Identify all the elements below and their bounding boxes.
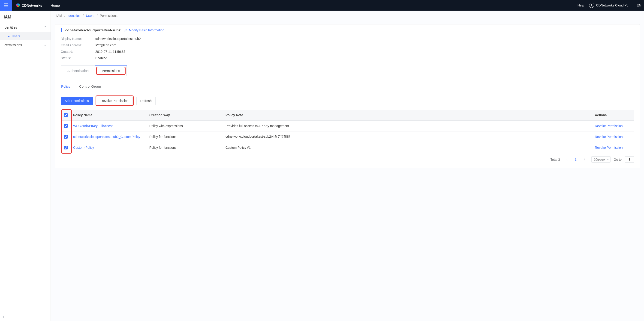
sidebar-item-identities[interactable]: Identities ⌃ (0, 23, 50, 32)
revoke-highlight: Revoke Permission (96, 95, 134, 106)
user-card: cdnetworkscloudportaltest-sub2 Modify Ba… (55, 24, 640, 168)
nav-help[interactable]: Help (578, 3, 584, 7)
avatar-icon (589, 3, 594, 8)
cell-policy-note: Provides full access to APIKey managemen… (223, 121, 592, 131)
tabs-main: Authentication Permissions (61, 65, 634, 76)
th-actions: Actions (592, 110, 634, 121)
pager-next-icon[interactable]: 〉 (582, 157, 588, 162)
tabs-permissions-sub: Policy Control Group (61, 82, 634, 91)
add-permissions-button[interactable]: Add Permissions (61, 97, 93, 105)
main: IAM / Identities / Users / Permissions c… (51, 10, 644, 321)
brand-name: CDNetworks (22, 3, 42, 7)
edit-icon (124, 28, 128, 32)
hamburger-icon (4, 3, 8, 7)
modify-basic-info-link[interactable]: Modify Basic Information (124, 28, 164, 32)
th-policy-note: Policy Note (223, 110, 592, 121)
revoke-permission-link[interactable]: Revoke Permission (595, 135, 623, 139)
value-status: Enabled (95, 56, 107, 60)
page-title: cdnetworkscloudportaltest-sub2 (65, 28, 120, 32)
user-info: Display Name:cdnetworkscloudportaltest-s… (61, 35, 634, 61)
revoke-permission-button[interactable]: Revoke Permission (97, 97, 132, 105)
pager-page-size-label: 10/page (594, 158, 605, 161)
policy-name-link[interactable]: WSCloudAPIKeyFullAccess (73, 124, 113, 128)
revoke-permission-link[interactable]: Revoke Permission (595, 146, 623, 149)
th-creation-way: Creation Way (147, 110, 223, 121)
cell-creation-way: Policy for functions (147, 142, 223, 153)
pager-page-size-select[interactable]: 10/page ▾ (591, 156, 610, 163)
pagination: Total 3 〈 1 〉 10/page ▾ Go to (61, 156, 634, 163)
title-bar-icon (61, 28, 62, 32)
modify-basic-info-label: Modify Basic Information (129, 28, 164, 32)
crumb-permissions: Permissions (100, 14, 118, 17)
brand[interactable]: CDNetworks (16, 3, 42, 7)
brand-logo-icon (16, 3, 20, 7)
policy-table: Policy Name Creation Way Policy Note Act… (61, 110, 634, 153)
table-row: Custom-PolicyPolicy for functionsCustom … (61, 142, 634, 153)
pager-goto-label: Go to (614, 158, 622, 161)
label-email: Email Address: (61, 43, 95, 47)
label-created: Created: (61, 50, 95, 53)
nav-lang[interactable]: EN (637, 3, 641, 7)
tab-authentication[interactable]: Authentication (61, 65, 95, 76)
sidebar-item-permissions[interactable]: Permissions ⌄ (0, 40, 50, 49)
cell-policy-note: cdnetworkscloudportaltest-sub2的自定义策略 (223, 131, 592, 142)
sidebar-collapse-icon[interactable]: ‹‹ (2, 314, 3, 319)
topbar: CDNetworks Home Help CDNetworks Cloud Po… (0, 0, 644, 10)
action-bar: Add Permissions Revoke Permission Refres… (61, 95, 634, 106)
checkbox-row[interactable] (64, 135, 68, 139)
sidebar-title: IAM (0, 10, 50, 23)
checkbox-row[interactable] (64, 146, 68, 149)
tab-permissions[interactable]: Permissions (95, 65, 127, 76)
crumb-users[interactable]: Users (86, 14, 94, 17)
value-email: s***@cdn.com (95, 43, 116, 47)
tab-policy[interactable]: Policy (61, 82, 71, 91)
pager-goto-input[interactable] (625, 156, 634, 163)
pager-current-page[interactable]: 1 (572, 158, 579, 161)
sidebar-item-label: Permissions (4, 43, 22, 47)
th-policy-name: Policy Name (71, 110, 147, 121)
pager-total: Total 3 (550, 158, 560, 161)
crumb-iam: IAM (56, 14, 62, 17)
label-status: Status: (61, 56, 95, 60)
sidebar-item-label: Identities (4, 25, 17, 29)
svg-point-0 (591, 4, 592, 5)
value-created: 2019-07-11 11:56:35 (95, 50, 125, 53)
tab-control-group[interactable]: Control Group (79, 82, 101, 91)
crumb-identities[interactable]: Identities (68, 14, 80, 17)
chevron-down-icon: ▾ (607, 158, 608, 161)
table-row: WSCloudAPIKeyFullAccessPolicy with expre… (61, 121, 634, 131)
revoke-permission-link[interactable]: Revoke Permission (595, 124, 623, 128)
dot-icon (8, 36, 10, 37)
refresh-button[interactable]: Refresh (136, 97, 156, 105)
cell-creation-way: Policy for functions (147, 131, 223, 142)
breadcrumb: IAM / Identities / Users / Permissions (51, 10, 644, 20)
sidebar-item-label: Users (12, 34, 20, 38)
chevron-down-icon: ⌄ (44, 43, 47, 47)
policy-name-link[interactable]: cdnetworkscloudportaltest-sub2_CustomPol… (73, 135, 140, 139)
nav-user-label: CDNetworks Cloud Po… (596, 3, 632, 7)
nav-home[interactable]: Home (50, 3, 60, 7)
chevron-up-icon: ⌃ (44, 25, 47, 29)
value-display-name: cdnetworkscloudportaltest-sub2 (95, 37, 141, 40)
cell-policy-note: Custom Policy #1 (223, 142, 592, 153)
table-row: cdnetworkscloudportaltest-sub2_CustomPol… (61, 131, 634, 142)
hamburger-menu[interactable] (0, 0, 12, 10)
checkbox-row[interactable] (64, 124, 68, 128)
label-display-name: Display Name: (61, 37, 95, 40)
sidebar-item-users[interactable]: Users (0, 32, 50, 40)
cell-creation-way: Policy with expressions (147, 121, 223, 131)
pager-prev-icon[interactable]: 〈 (563, 157, 569, 162)
sidebar: IAM Identities ⌃ Users Permissions ⌄ ‹‹ (0, 10, 51, 321)
policy-name-link[interactable]: Custom-Policy (73, 146, 94, 149)
checkbox-select-all[interactable] (64, 113, 68, 117)
nav-user[interactable]: CDNetworks Cloud Po… (589, 3, 632, 8)
